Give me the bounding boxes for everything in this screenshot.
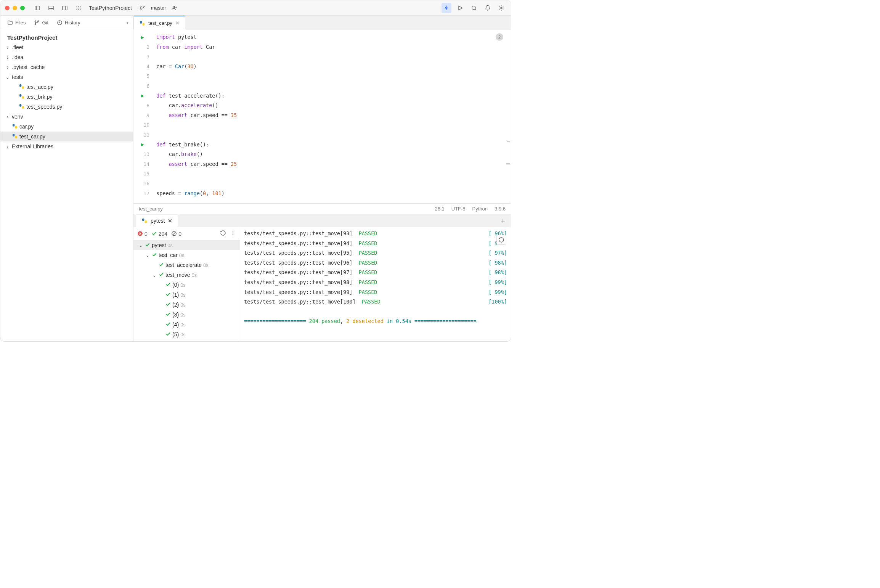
collaborate-icon[interactable] (169, 3, 179, 13)
language[interactable]: Python (472, 206, 488, 212)
pass-icon (152, 252, 157, 259)
tree-item[interactable]: test_speeds.py (0, 102, 133, 112)
project-root[interactable]: TestPythonProject (0, 32, 133, 42)
chevron-icon (159, 302, 164, 308)
close-tool-tab-icon[interactable]: ✕ (168, 218, 172, 224)
git-tab[interactable]: Git (30, 18, 52, 28)
test-tree-item[interactable]: ⌄ test_car 0s (133, 250, 240, 260)
editor[interactable]: ▶23456▶891011▶1314151617 import pytest f… (133, 30, 511, 203)
inspections-badge[interactable]: 2 (496, 33, 503, 41)
titlebar: TestPythonProject master (0, 0, 511, 16)
panel-right-icon[interactable] (60, 3, 70, 13)
svg-point-13 (78, 9, 79, 10)
notifications-icon[interactable] (483, 3, 493, 13)
chevron-icon (159, 331, 164, 337)
passed-count[interactable]: 204 (151, 231, 167, 237)
test-tree-item[interactable]: (3) 0s (133, 310, 240, 320)
close-tab-icon[interactable]: ✕ (175, 20, 180, 26)
test-label: (5) (172, 331, 179, 337)
test-tree-item[interactable]: (0) 0s (133, 280, 240, 290)
svg-point-16 (143, 6, 144, 7)
tree-item[interactable]: ›venv (0, 112, 133, 122)
run-gutter-icon[interactable]: ▶ (141, 91, 144, 101)
chevron-icon: ⌄ (138, 242, 143, 248)
test-time: 0s (180, 312, 186, 318)
python-file-icon (12, 133, 18, 140)
chevron-icon: › (5, 114, 10, 120)
close-window[interactable] (5, 6, 10, 10)
tree-item[interactable]: ›External Libraries (0, 141, 133, 151)
panel-left-icon[interactable] (32, 3, 42, 13)
search-icon[interactable] (469, 3, 479, 13)
run-gutter-icon[interactable]: ▶ (141, 140, 144, 150)
apps-icon[interactable] (74, 3, 84, 13)
tree-item[interactable]: test_acc.py (0, 82, 133, 92)
tree-item-label: test_car.py (19, 133, 45, 140)
chevron-icon (159, 282, 164, 288)
test-tree[interactable]: ⌄ pytest 0s⌄ test_car 0s test_accelerate… (133, 240, 240, 341)
ai-assistant-icon[interactable] (442, 3, 451, 13)
tree-item[interactable]: test_car.py (0, 132, 133, 141)
test-tree-item[interactable]: test_accelerate 0s (133, 260, 240, 270)
test-tree-item[interactable]: (2) 0s (133, 300, 240, 310)
run-icon[interactable] (455, 3, 465, 13)
code-area[interactable]: import pytest from car import Car car = … (156, 30, 511, 203)
files-tab[interactable]: Files (3, 18, 29, 28)
svg-point-48 (233, 235, 233, 235)
svg-rect-41 (142, 218, 144, 221)
tree-item[interactable]: ⌄tests (0, 72, 133, 82)
run-gutter-icon[interactable]: ▶ (141, 32, 144, 42)
svg-point-18 (173, 6, 175, 8)
tree-item[interactable]: ›.fleet (0, 42, 133, 52)
branch-selector[interactable]: master (137, 3, 166, 13)
test-time: 0s (180, 282, 186, 288)
chevron-icon (159, 292, 164, 298)
settings-icon[interactable] (496, 3, 506, 13)
test-tree-item[interactable]: (4) 0s (133, 320, 240, 329)
svg-point-10 (78, 7, 79, 8)
maximize-window[interactable] (20, 6, 25, 10)
test-time: 0s (180, 332, 186, 337)
rerun-output-icon[interactable] (496, 235, 506, 245)
status-bar: test_car.py 26:1 UTF-8 Python 3.9.6 (133, 203, 511, 214)
minimize-window[interactable] (13, 6, 17, 10)
test-label: test_car (159, 252, 178, 258)
editor-tab-label: test_car.py (148, 20, 172, 26)
svg-rect-40 (143, 23, 145, 26)
failed-count[interactable]: 0 (137, 231, 148, 237)
cursor-position[interactable]: 26:1 (435, 206, 444, 212)
project-name[interactable]: TestPythonProject (87, 5, 134, 11)
chevron-icon: ⌄ (145, 252, 150, 258)
tree-item[interactable]: ›.pytest_cache (0, 62, 133, 72)
more-icon[interactable] (230, 230, 236, 237)
svg-rect-35 (13, 124, 14, 127)
test-tree-item[interactable]: ⌄ test_move 0s (133, 270, 240, 280)
tree-item[interactable]: test_brk.py (0, 92, 133, 102)
panel-bottom-icon[interactable] (46, 3, 56, 13)
svg-point-25 (35, 21, 36, 22)
add-tool-tab-icon[interactable]: ＋ (499, 216, 506, 225)
svg-rect-39 (140, 21, 142, 24)
encoding[interactable]: UTF-8 (451, 206, 466, 212)
tree-item-label: car.py (19, 124, 34, 130)
test-time: 0s (180, 292, 186, 298)
test-label: (3) (172, 312, 179, 318)
editor-tab-test-car[interactable]: test_car.py ✕ (133, 16, 185, 30)
test-label: (0) (172, 282, 179, 288)
test-output[interactable]: tests/test_speeds.py::test_move[93] PASS… (240, 227, 511, 341)
history-tab[interactable]: History (53, 18, 84, 28)
test-tree-item[interactable]: (1) 0s (133, 290, 240, 300)
pytest-tab[interactable]: pytest ✕ (136, 215, 178, 227)
test-time: 0s (192, 272, 197, 278)
svg-point-17 (140, 9, 141, 10)
tree-item-label: venv (12, 114, 23, 120)
test-tree-item[interactable]: (5) 0s (133, 329, 240, 339)
tree-item[interactable]: ›.idea (0, 52, 133, 62)
tree-item[interactable]: car.py (0, 122, 133, 132)
rerun-icon[interactable] (220, 230, 226, 237)
skipped-count[interactable]: 0 (171, 231, 181, 237)
add-tab-icon[interactable]: ＋ (125, 19, 130, 26)
breadcrumb[interactable]: test_car.py (139, 206, 428, 212)
interpreter-version[interactable]: 3.9.6 (495, 206, 506, 212)
test-tree-item[interactable]: ⌄ pytest 0s (133, 240, 240, 250)
